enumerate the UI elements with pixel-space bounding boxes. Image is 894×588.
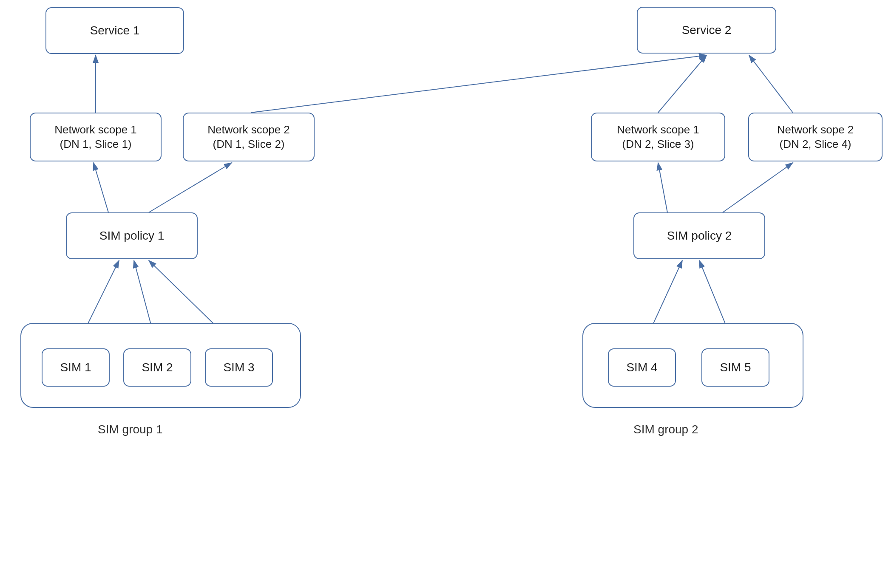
netscope1-left-node: Network scope 1(DN 1, Slice 1) [30, 113, 162, 161]
sim2-node: SIM 2 [123, 348, 191, 387]
svg-line-10 [658, 163, 667, 212]
diagram-container: Service 1 Service 2 Network scope 1(DN 1… [0, 0, 894, 588]
simpolicy1-node: SIM policy 1 [66, 212, 198, 259]
netscope2-left-label: Network scope 2(DN 1, Slice 2) [207, 123, 290, 152]
arrows-svg [0, 0, 894, 588]
service1-label: Service 1 [90, 23, 140, 38]
sim1-node: SIM 1 [42, 348, 110, 387]
simpolicy2-node: SIM policy 2 [633, 212, 765, 259]
simpolicy1-label: SIM policy 1 [99, 228, 165, 243]
svg-line-12 [658, 55, 707, 113]
sim1-label: SIM 1 [60, 360, 91, 375]
sim5-label: SIM 5 [720, 360, 751, 375]
simgroup2-label: SIM group 2 [633, 423, 698, 436]
svg-line-4 [94, 163, 108, 212]
svg-line-5 [149, 163, 232, 212]
sim5-node: SIM 5 [701, 348, 769, 387]
sim3-label: SIM 3 [223, 360, 254, 375]
netscope1-left-label: Network scope 1(DN 1, Slice 1) [54, 123, 137, 152]
netscope1-right-node: Network scope 1(DN 2, Slice 3) [591, 113, 725, 161]
netscope2-right-label: Network sope 2(DN 2, Slice 4) [777, 123, 854, 152]
simgroup1-label: SIM group 1 [98, 423, 163, 436]
svg-line-7 [251, 55, 707, 113]
netscope2-right-node: Network sope 2(DN 2, Slice 4) [748, 113, 883, 161]
sim3-node: SIM 3 [205, 348, 273, 387]
service1-node: Service 1 [45, 7, 184, 54]
netscope2-left-node: Network scope 2(DN 1, Slice 2) [183, 113, 315, 161]
sim2-label: SIM 2 [142, 360, 173, 375]
simpolicy2-label: SIM policy 2 [667, 228, 732, 243]
service2-label: Service 2 [682, 23, 732, 38]
sim4-label: SIM 4 [626, 360, 657, 375]
service2-node: Service 2 [637, 7, 776, 54]
svg-line-13 [749, 55, 793, 113]
netscope1-right-label: Network scope 1(DN 2, Slice 3) [617, 123, 699, 152]
svg-line-11 [723, 163, 793, 212]
sim4-node: SIM 4 [608, 348, 676, 387]
